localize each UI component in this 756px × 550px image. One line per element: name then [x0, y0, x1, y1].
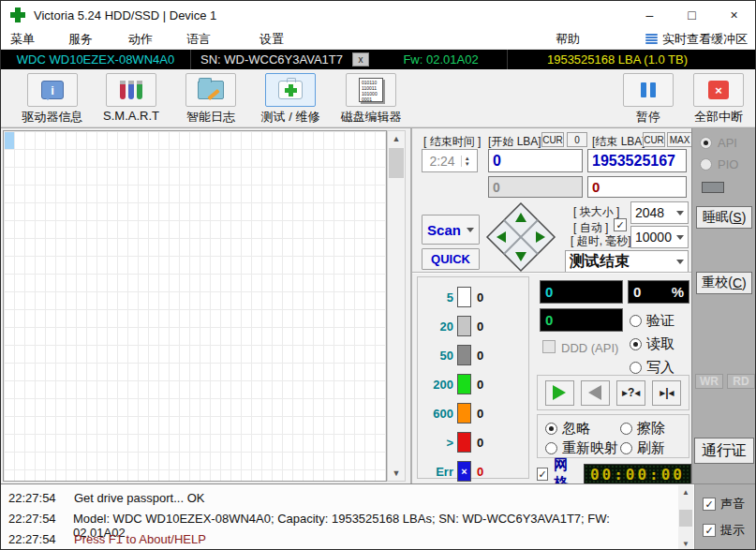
scroll-up-icon[interactable]: ▲ — [388, 131, 405, 146]
spinner-arrows-icon[interactable]: ▲▼ — [461, 156, 470, 167]
pause-button[interactable]: 暂停 — [622, 73, 674, 126]
close-button[interactable]: × — [713, 1, 755, 29]
api-radio[interactable]: API — [700, 136, 737, 150]
wr-button[interactable]: WR — [695, 374, 723, 389]
ddd-label: DDD (API) — [561, 341, 618, 355]
menu-item-help[interactable]: 帮助 — [548, 29, 587, 50]
toolbar-smart-button[interactable]: S.M.A.R.T — [95, 73, 168, 123]
scroll-down-icon[interactable]: ▼ — [388, 466, 405, 481]
start-zero-button[interactable]: 0 — [567, 132, 587, 147]
start-test-button[interactable] — [545, 380, 574, 406]
end-time-spinner[interactable]: 2:24 ▲▼ — [422, 149, 478, 172]
pio-radio[interactable]: PIO — [700, 157, 738, 171]
current-block-marker — [5, 132, 14, 149]
grid-vertical-scrollbar[interactable]: ▲ ▼ — [387, 130, 406, 482]
smart-log-folder-icon — [198, 81, 224, 99]
drive-tab-close-button[interactable]: x — [352, 52, 369, 67]
main-area: ▲ ▼ [ 结束时间 ] [开始 LBA] CUR 0 [结束 LBA] CUR… — [1, 127, 755, 483]
toolbar-test-repair-button[interactable]: 测试 / 维修 — [254, 73, 327, 126]
butterfly-seek-button[interactable]: ▸|◂ — [652, 380, 681, 406]
sound-checkbox-row[interactable]: ✓ 声音 — [703, 496, 745, 513]
block-size-dropdown[interactable]: 2048 — [630, 201, 689, 224]
legend-row-5: 50 — [425, 287, 483, 307]
refresh-radio-icon — [620, 442, 632, 454]
end-lba-input[interactable]: 1953525167 — [587, 149, 687, 172]
sleep-button[interactable]: 睡眠(S) — [696, 206, 752, 229]
sound-checkbox[interactable]: ✓ — [703, 498, 716, 511]
action-refresh-radio[interactable]: 刷新 — [620, 439, 665, 457]
end-time-value: 2:24 — [429, 154, 454, 169]
elapsed-timer: 00:00:00 — [584, 464, 691, 485]
end-lba-label: [结束 LBA] — [592, 134, 645, 150]
sound-label: 声音 — [720, 496, 745, 513]
legend-row-50: 500 — [425, 345, 483, 365]
toolbar-disk-editor-button[interactable]: 010110110011 1010000001 磁盘编辑器 — [333, 73, 409, 126]
erase-radio-icon — [620, 423, 632, 435]
start-cur-button[interactable]: CUR — [541, 132, 564, 147]
legend-row-err: Err×0 — [425, 461, 483, 482]
tips-checkbox[interactable]: ✓ — [703, 524, 716, 537]
timeout-label: [ 超时, 毫秒] — [571, 233, 631, 249]
end-cur-button[interactable]: CUR — [643, 132, 665, 147]
menu-item-service[interactable]: 服务 — [61, 29, 100, 50]
refresh-label: 刷新 — [637, 439, 665, 457]
scrollbar-thumb[interactable] — [389, 148, 404, 178]
quick-button[interactable]: QUICK — [422, 248, 480, 270]
disk-editor-binary-icon: 010110110011 1010000001 — [359, 78, 383, 102]
legend-swatch-20 — [457, 316, 471, 336]
auto-checkbox[interactable]: ✓ — [614, 218, 627, 231]
log-box: 22:27:54 Get drive passport... OK 22:27:… — [1, 484, 695, 550]
read-label: 读取 — [646, 335, 674, 353]
verify-label: 验证 — [646, 312, 674, 330]
status-indicator — [702, 182, 724, 193]
minimize-button[interactable]: – — [629, 1, 671, 29]
drive-info-bar: WDC WD10EZEX-08WN4A0 SN: WD-WCC6Y3AVA1T7… — [1, 50, 755, 69]
ddd-checkbox[interactable] — [542, 340, 556, 353]
pio-radio-icon — [700, 158, 712, 171]
api-radio-icon — [700, 137, 712, 149]
toolbar-drive-info-button[interactable]: i 驱动器信息 — [10, 73, 95, 126]
buffer-view-button[interactable]: 实时查看缓冲区 — [645, 31, 748, 48]
drive-firmware: Fw: 02.01A02 — [375, 50, 508, 69]
grid-checkbox[interactable]: ✓ — [537, 468, 548, 481]
action-remap-radio[interactable]: 重新映射 — [545, 439, 618, 457]
menu-item-actions[interactable]: 动作 — [121, 29, 160, 50]
legend-swatch-600 — [457, 403, 471, 424]
app-logo-cross-icon — [10, 7, 25, 22]
toolbar-test-repair-label: 测试 / 维修 — [261, 109, 320, 126]
on-end-dropdown[interactable]: 测试结束 — [565, 250, 689, 274]
log-text: Press F1 to About/HELP — [74, 532, 206, 546]
menu-item-settings[interactable]: 设置 — [252, 29, 291, 50]
tips-label: 提示 — [720, 522, 745, 539]
passport-button[interactable]: 通行证 — [694, 438, 754, 464]
log-scrollbar-thumb[interactable] — [679, 510, 692, 527]
seek-arrow-pad[interactable] — [485, 201, 556, 276]
log-scrollbar[interactable]: ▲ ▼ — [678, 485, 693, 550]
toolbar: i 驱动器信息 S.M.A.R.T 智能日志 测试 / 维修 010110110… — [1, 69, 755, 127]
mode-verify-radio[interactable]: 验证 — [630, 312, 674, 330]
random-seek-button[interactable]: ▸?◂ — [616, 380, 645, 406]
scan-button[interactable]: Scan — [422, 215, 480, 245]
action-ignore-radio[interactable]: 忽略 — [545, 420, 590, 438]
mode-read-radio[interactable]: 读取 — [630, 335, 674, 353]
log-scroll-down-icon[interactable]: ▼ — [678, 537, 693, 550]
timeout-dropdown[interactable]: 10000 — [630, 226, 689, 248]
toolbar-smart-log-button[interactable]: 智能日志 — [175, 73, 246, 126]
drive-capacity: 1953525168 LBA (1.0 TB) — [508, 50, 755, 69]
log-scroll-up-icon[interactable]: ▲ — [678, 485, 693, 498]
menu-item-menu[interactable]: 菜单 — [3, 29, 42, 50]
log-text: Get drive passport... OK — [74, 491, 204, 505]
rd-button[interactable]: RD — [727, 374, 755, 389]
log-options: ✓ 声音 ✓ 提示 — [695, 484, 756, 550]
tips-checkbox-row[interactable]: ✓ 提示 — [703, 522, 745, 539]
menu-item-language[interactable]: 语言 — [179, 29, 218, 50]
reverse-button[interactable] — [581, 380, 610, 406]
end-max-button[interactable]: MAX — [667, 132, 692, 147]
start-lba-input[interactable]: 0 — [488, 149, 583, 172]
window-title: Victoria 5.24 HDD/SSD | Device 1 — [34, 8, 216, 22]
log-time: 22:27:54 — [1, 532, 74, 546]
abort-all-button[interactable]: × 全部中断 — [686, 73, 751, 126]
action-erase-radio[interactable]: 擦除 — [620, 420, 665, 438]
recalibrate-button[interactable]: 重校(C) — [696, 272, 752, 294]
maximize-button[interactable]: □ — [671, 1, 713, 29]
